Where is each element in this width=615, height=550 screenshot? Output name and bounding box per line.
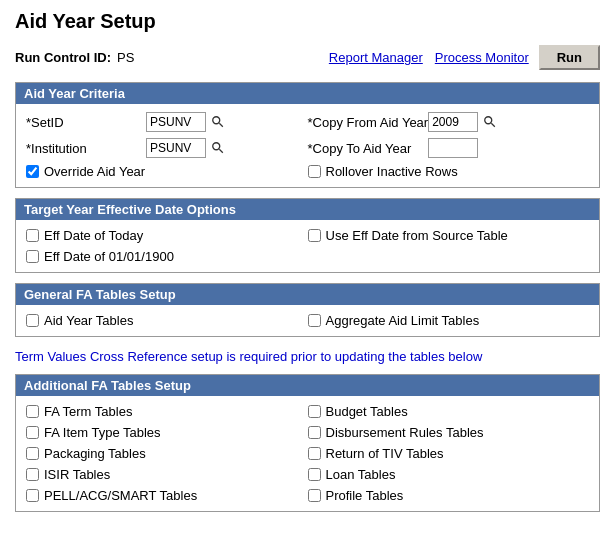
- additional-fa-left-cb-0[interactable]: [26, 405, 39, 418]
- aid-year-criteria-section: Aid Year Criteria *SetID *Copy From Aid …: [15, 82, 600, 188]
- svg-line-3: [492, 123, 496, 127]
- eff-today-row: Eff Date of Today Use Eff Date from Sour…: [26, 228, 589, 243]
- additional-fa-right-text-4: Profile Tables: [326, 488, 404, 503]
- target-year-body: Eff Date of Today Use Eff Date from Sour…: [16, 220, 599, 272]
- report-manager-link[interactable]: Report Manager: [329, 50, 423, 65]
- institution-group: *Institution: [26, 138, 308, 158]
- copy-from-group: *Copy From Aid Year: [308, 112, 590, 132]
- eff-1900-group: Eff Date of 01/01/1900: [26, 249, 308, 264]
- eff-today-group: Eff Date of Today: [26, 228, 308, 243]
- setid-input[interactable]: [146, 112, 206, 132]
- additional-fa-row: FA Item Type Tables Disbursement Rules T…: [26, 425, 589, 440]
- rollover-group: Rollover Inactive Rows: [308, 164, 590, 179]
- additional-fa-left-text-0: FA Term Tables: [44, 404, 132, 419]
- eff-source-checkbox[interactable]: [308, 229, 321, 242]
- cross-ref-text: Term Values Cross Reference setup is req…: [15, 347, 600, 366]
- additional-fa-left-cb-1[interactable]: [26, 426, 39, 439]
- additional-fa-left-text-3: ISIR Tables: [44, 467, 110, 482]
- additional-fa-right-cb-1[interactable]: [308, 426, 321, 439]
- eff-1900-row: Eff Date of 01/01/1900: [26, 249, 589, 264]
- institution-field-group: [146, 138, 226, 158]
- additional-fa-left-label-0[interactable]: FA Term Tables: [26, 404, 132, 419]
- additional-fa-right-3: Loan Tables: [308, 467, 590, 482]
- additional-fa-right-cb-2[interactable]: [308, 447, 321, 460]
- override-group: Override Aid Year: [26, 164, 308, 179]
- additional-fa-left-2: Packaging Tables: [26, 446, 308, 461]
- institution-label: *Institution: [26, 141, 146, 156]
- aid-year-criteria-body: *SetID *Copy From Aid Year: [16, 104, 599, 187]
- institution-input[interactable]: [146, 138, 206, 158]
- additional-fa-left-3: ISIR Tables: [26, 467, 308, 482]
- copy-from-input[interactable]: [428, 112, 478, 132]
- copy-from-label: *Copy From Aid Year: [308, 115, 429, 130]
- additional-fa-right-label-0[interactable]: Budget Tables: [308, 404, 408, 419]
- override-checkbox-label[interactable]: Override Aid Year: [26, 164, 145, 179]
- copy-to-group: *Copy To Aid Year: [308, 138, 590, 158]
- eff-1900-checkbox[interactable]: [26, 250, 39, 263]
- aggregate-label[interactable]: Aggregate Aid Limit Tables: [308, 313, 480, 328]
- additional-fa-right-label-4[interactable]: Profile Tables: [308, 488, 404, 503]
- general-fa-header: General FA Tables Setup: [16, 284, 599, 305]
- svg-line-5: [219, 149, 223, 153]
- copy-to-input[interactable]: [428, 138, 478, 158]
- additional-fa-left-cb-4[interactable]: [26, 489, 39, 502]
- aid-year-criteria-header: Aid Year Criteria: [16, 83, 599, 104]
- process-monitor-link[interactable]: Process Monitor: [435, 50, 529, 65]
- setid-lookup-icon[interactable]: [210, 114, 226, 130]
- additional-fa-right-2: Return of TIV Tables: [308, 446, 590, 461]
- aid-year-tables-group: Aid Year Tables: [26, 313, 308, 328]
- rollover-checkbox-label[interactable]: Rollover Inactive Rows: [308, 164, 458, 179]
- override-checkbox[interactable]: [26, 165, 39, 178]
- additional-fa-right-text-2: Return of TIV Tables: [326, 446, 444, 461]
- link-row: Report Manager Process Monitor: [329, 50, 529, 65]
- eff-today-checkbox[interactable]: [26, 229, 39, 242]
- copy-from-lookup-icon[interactable]: [482, 114, 498, 130]
- additional-fa-left-cb-3[interactable]: [26, 468, 39, 481]
- additional-fa-right-cb-4[interactable]: [308, 489, 321, 502]
- additional-fa-left-0: FA Term Tables: [26, 404, 308, 419]
- svg-line-1: [219, 123, 223, 127]
- additional-fa-header: Additional FA Tables Setup: [16, 375, 599, 396]
- general-fa-section: General FA Tables Setup Aid Year Tables …: [15, 283, 600, 337]
- aggregate-text: Aggregate Aid Limit Tables: [326, 313, 480, 328]
- additional-fa-left-label-2[interactable]: Packaging Tables: [26, 446, 146, 461]
- institution-row: *Institution *Copy To Aid Year: [26, 138, 589, 158]
- additional-fa-row: FA Term Tables Budget Tables: [26, 404, 589, 419]
- additional-fa-left-label-1[interactable]: FA Item Type Tables: [26, 425, 161, 440]
- additional-fa-right-cb-3[interactable]: [308, 468, 321, 481]
- aid-year-tables-checkbox[interactable]: [26, 314, 39, 327]
- svg-point-0: [213, 117, 220, 124]
- additional-fa-right-4: Profile Tables: [308, 488, 590, 503]
- additional-fa-left-cb-2[interactable]: [26, 447, 39, 460]
- additional-fa-row: ISIR Tables Loan Tables: [26, 467, 589, 482]
- run-control-value: PS: [117, 50, 134, 65]
- aid-year-tables-label[interactable]: Aid Year Tables: [26, 313, 133, 328]
- additional-fa-right-text-3: Loan Tables: [326, 467, 396, 482]
- eff-today-label[interactable]: Eff Date of Today: [26, 228, 143, 243]
- run-button[interactable]: Run: [539, 45, 600, 70]
- copy-to-field-group: [428, 138, 478, 158]
- general-fa-row: Aid Year Tables Aggregate Aid Limit Tabl…: [26, 313, 589, 328]
- additional-fa-left-4: PELL/ACG/SMART Tables: [26, 488, 308, 503]
- page-title: Aid Year Setup: [15, 10, 600, 33]
- run-control-label: Run Control ID:: [15, 50, 111, 65]
- aggregate-checkbox[interactable]: [308, 314, 321, 327]
- additional-fa-left-label-3[interactable]: ISIR Tables: [26, 467, 110, 482]
- additional-fa-left-1: FA Item Type Tables: [26, 425, 308, 440]
- general-fa-body: Aid Year Tables Aggregate Aid Limit Tabl…: [16, 305, 599, 336]
- eff-1900-text: Eff Date of 01/01/1900: [44, 249, 174, 264]
- additional-fa-right-label-2[interactable]: Return of TIV Tables: [308, 446, 444, 461]
- setid-label: *SetID: [26, 115, 146, 130]
- additional-fa-right-label-1[interactable]: Disbursement Rules Tables: [308, 425, 484, 440]
- additional-fa-right-label-3[interactable]: Loan Tables: [308, 467, 396, 482]
- additional-fa-left-text-1: FA Item Type Tables: [44, 425, 161, 440]
- eff-1900-label[interactable]: Eff Date of 01/01/1900: [26, 249, 174, 264]
- institution-lookup-icon[interactable]: [210, 140, 226, 156]
- additional-fa-right-0: Budget Tables: [308, 404, 590, 419]
- rollover-checkbox[interactable]: [308, 165, 321, 178]
- copy-to-label: *Copy To Aid Year: [308, 141, 428, 156]
- additional-fa-left-label-4[interactable]: PELL/ACG/SMART Tables: [26, 488, 197, 503]
- eff-source-label[interactable]: Use Eff Date from Source Table: [308, 228, 508, 243]
- additional-fa-right-cb-0[interactable]: [308, 405, 321, 418]
- additional-fa-row: Packaging Tables Return of TIV Tables: [26, 446, 589, 461]
